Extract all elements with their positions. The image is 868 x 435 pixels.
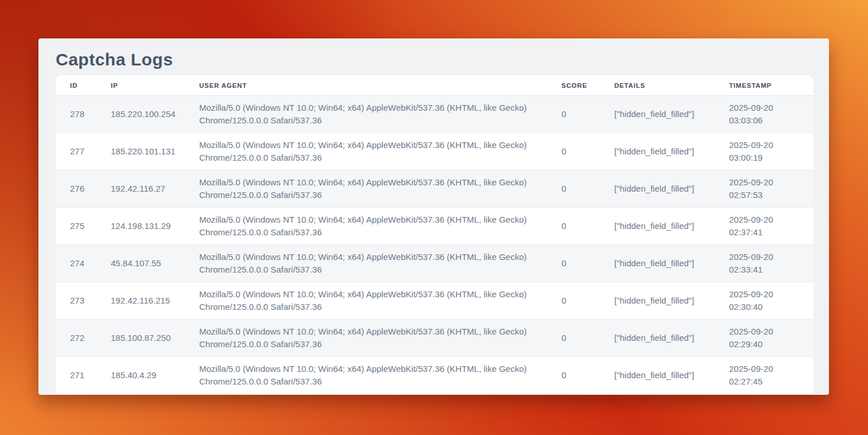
cell-details: ["hidden_field_filled"] [600, 170, 715, 208]
cell-ip: 45.84.107.55 [96, 245, 185, 282]
cell-id: 278 [56, 96, 96, 133]
cell-score: 0 [547, 245, 600, 282]
cell-score: 0 [547, 96, 600, 133]
table-row: 276 192.42.116.27 Mozilla/5.0 (Windows N… [56, 170, 813, 208]
cell-details: ["hidden_field_filled"] [600, 320, 715, 357]
captcha-logs-card: Captcha Logs ID IP USER AGENT SCORE DETA… [38, 38, 829, 395]
cell-id: 276 [56, 170, 96, 208]
cell-timestamp: 2025-09-20 02:27:45 [715, 357, 813, 394]
cell-id: 275 [56, 208, 96, 245]
page-title: Captcha Logs [56, 38, 813, 75]
cell-timestamp: 2025-09-20 03:00:19 [715, 133, 813, 170]
column-header-id: ID [56, 75, 96, 96]
column-header-timestamp: TIMESTAMP [715, 75, 813, 96]
cell-details: ["hidden_field_filled"] [600, 133, 715, 170]
cell-ip: 192.42.116.215 [96, 282, 185, 320]
cell-score: 0 [547, 133, 600, 170]
cell-user-agent: Mozilla/5.0 (Windows NT 10.0; Win64; x64… [185, 133, 547, 170]
cell-ip: 185.100.87.250 [96, 320, 185, 357]
table-body: 278 185.220.100.254 Mozilla/5.0 (Windows… [56, 96, 813, 394]
cell-ip: 124.198.131.29 [96, 208, 185, 245]
cell-timestamp: 2025-09-20 02:29:40 [715, 320, 813, 357]
cell-user-agent: Mozilla/5.0 (Windows NT 10.0; Win64; x64… [185, 208, 547, 245]
cell-score: 0 [547, 170, 600, 208]
cell-user-agent: Mozilla/5.0 (Windows NT 10.0; Win64; x64… [185, 320, 547, 357]
cell-details: ["hidden_field_filled"] [600, 245, 715, 282]
column-header-ip: IP [96, 75, 185, 96]
cell-timestamp: 2025-09-20 03:03:06 [715, 96, 813, 133]
cell-score: 0 [547, 208, 600, 245]
cell-ip: 185.40.4.29 [96, 357, 185, 394]
cell-id: 272 [56, 320, 96, 357]
table-row: 277 185.220.101.131 Mozilla/5.0 (Windows… [56, 133, 813, 170]
column-header-details: DETAILS [600, 75, 715, 96]
table-row: 278 185.220.100.254 Mozilla/5.0 (Windows… [56, 96, 813, 133]
cell-id: 274 [56, 245, 96, 282]
cell-score: 0 [547, 320, 600, 357]
cell-details: ["hidden_field_filled"] [600, 357, 715, 394]
cell-score: 0 [547, 282, 600, 320]
table-header-row: ID IP USER AGENT SCORE DETAILS TIMESTAMP [56, 75, 813, 96]
cell-user-agent: Mozilla/5.0 (Windows NT 10.0; Win64; x64… [185, 245, 547, 282]
captcha-logs-table: ID IP USER AGENT SCORE DETAILS TIMESTAMP… [56, 75, 813, 394]
page-background: Captcha Logs ID IP USER AGENT SCORE DETA… [0, 0, 868, 435]
cell-score: 0 [547, 357, 600, 394]
cell-id: 273 [56, 282, 96, 320]
cell-timestamp: 2025-09-20 02:37:41 [715, 208, 813, 245]
column-header-score: SCORE [547, 75, 600, 96]
cell-details: ["hidden_field_filled"] [600, 96, 715, 133]
cell-id: 271 [56, 357, 96, 394]
table-row: 275 124.198.131.29 Mozilla/5.0 (Windows … [56, 208, 813, 245]
cell-details: ["hidden_field_filled"] [600, 282, 715, 320]
cell-details: ["hidden_field_filled"] [600, 208, 715, 245]
cell-ip: 192.42.116.27 [96, 170, 185, 208]
cell-user-agent: Mozilla/5.0 (Windows NT 10.0; Win64; x64… [185, 96, 547, 133]
cell-timestamp: 2025-09-20 02:30:40 [715, 282, 813, 320]
table-row: 271 185.40.4.29 Mozilla/5.0 (Windows NT … [56, 357, 813, 394]
cell-ip: 185.220.100.254 [96, 96, 185, 133]
table-row: 274 45.84.107.55 Mozilla/5.0 (Windows NT… [56, 245, 813, 282]
table-row: 272 185.100.87.250 Mozilla/5.0 (Windows … [56, 320, 813, 357]
column-header-user-agent: USER AGENT [185, 75, 547, 96]
cell-user-agent: Mozilla/5.0 (Windows NT 10.0; Win64; x64… [185, 357, 547, 394]
cell-timestamp: 2025-09-20 02:57:53 [715, 170, 813, 208]
table-row: 273 192.42.116.215 Mozilla/5.0 (Windows … [56, 282, 813, 320]
cell-user-agent: Mozilla/5.0 (Windows NT 10.0; Win64; x64… [185, 170, 547, 208]
cell-user-agent: Mozilla/5.0 (Windows NT 10.0; Win64; x64… [185, 282, 547, 320]
cell-id: 277 [56, 133, 96, 170]
cell-ip: 185.220.101.131 [96, 133, 185, 170]
cell-timestamp: 2025-09-20 02:33:41 [715, 245, 813, 282]
